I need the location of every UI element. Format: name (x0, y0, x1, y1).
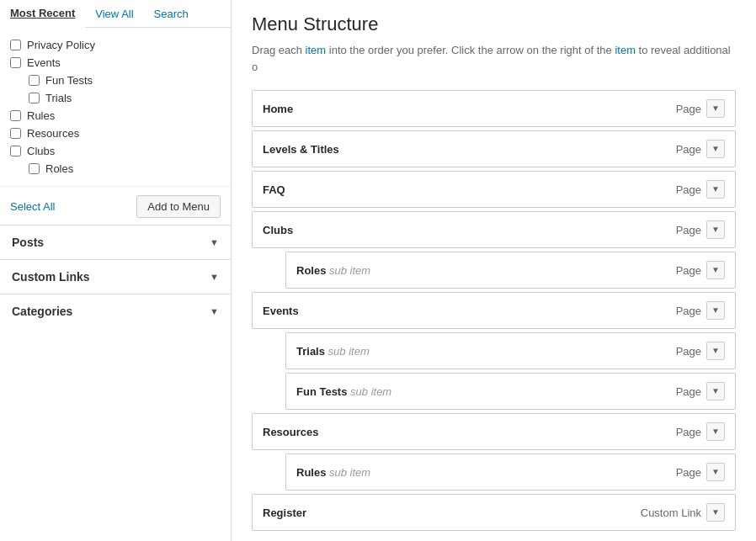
menu-item-label: Roles sub item (296, 264, 370, 277)
list-item: Fun Tests (10, 72, 221, 89)
menu-item-home[interactable]: Home Page ▼ (252, 90, 736, 127)
sub-item-label: sub item (329, 264, 370, 277)
menu-item-right: Page ▼ (676, 463, 725, 481)
menu-item-label: Resources (263, 426, 318, 438)
sub-item-label: sub item (329, 466, 370, 479)
tab-most-recent[interactable]: Most Recent (0, 0, 85, 28)
chevron-down-icon[interactable]: ▼ (706, 503, 725, 522)
page-label: Roles (45, 162, 73, 175)
list-item: Clubs (10, 142, 221, 160)
checkbox-resources[interactable] (10, 128, 21, 139)
menu-item-label: Rules sub item (296, 466, 370, 479)
accordion-posts-header[interactable]: Posts ▼ (0, 225, 231, 259)
menu-item-right: Page ▼ (676, 382, 725, 400)
menu-item-type: Page (676, 345, 701, 358)
menu-item-type: Page (676, 183, 701, 196)
list-item: Events (10, 54, 221, 72)
menu-item-type: Page (676, 426, 701, 438)
menu-item-label: Clubs (263, 224, 293, 236)
tab-view-all[interactable]: View All (85, 0, 143, 27)
select-row: Select All Add to Menu (0, 186, 231, 225)
menu-item-right: Page ▼ (676, 140, 725, 158)
pages-list: Privacy Policy Events Fun Tests Trials R… (0, 28, 231, 186)
accordion-categories: Categories ▼ (0, 294, 231, 328)
checkbox-privacy[interactable] (10, 40, 21, 50)
list-item: Privacy Policy (10, 36, 221, 54)
menu-item-right: Page ▼ (676, 180, 725, 199)
menu-item-right: Page ▼ (676, 99, 725, 118)
list-item: Rules (10, 107, 221, 125)
tab-search[interactable]: Search (144, 0, 199, 27)
page-label: Rules (27, 109, 55, 122)
menu-item-type: Custom Link (641, 507, 701, 519)
chevron-down-icon[interactable]: ▼ (706, 99, 725, 118)
chevron-down-icon[interactable]: ▼ (706, 220, 725, 239)
chevron-down-icon: ▼ (210, 306, 219, 316)
menu-item-type: Page (676, 385, 701, 398)
page-label: Clubs (27, 145, 55, 157)
chevron-down-icon: ▼ (210, 237, 219, 247)
chevron-down-icon[interactable]: ▼ (706, 180, 725, 199)
menu-item-type: Page (676, 224, 701, 236)
chevron-down-icon[interactable]: ▼ (706, 301, 725, 320)
menu-item-right: Custom Link ▼ (641, 503, 725, 522)
left-panel: Most Recent View All Search Privacy Poli… (0, 0, 232, 541)
chevron-down-icon[interactable]: ▼ (706, 342, 725, 360)
menu-item-roles[interactable]: Roles sub item Page ▼ (285, 252, 736, 289)
menu-item-events[interactable]: Events Page ▼ (252, 292, 736, 329)
chevron-down-icon[interactable]: ▼ (706, 140, 725, 158)
page-label: Resources (27, 127, 79, 140)
highlight-word2: item (615, 44, 636, 56)
page-label: Fun Tests (45, 74, 93, 87)
highlight-word: item (306, 44, 327, 56)
description-text: Drag each item into the order you prefer… (252, 42, 736, 75)
page-label: Privacy Policy (27, 39, 95, 51)
menu-item-type: Page (676, 305, 701, 317)
menu-item-register[interactable]: Register Custom Link ▼ (252, 494, 736, 531)
menu-item-label: Home (263, 103, 293, 115)
menu-item-rules[interactable]: Rules sub item Page ▼ (285, 453, 736, 491)
page-label: Trials (45, 92, 72, 104)
menu-item-right: Page ▼ (676, 342, 725, 360)
chevron-down-icon[interactable]: ▼ (706, 261, 725, 279)
right-panel: Menu Structure Drag each item into the o… (232, 0, 756, 541)
accordion-posts-label: Posts (12, 236, 44, 249)
menu-item-resources[interactable]: Resources Page ▼ (252, 413, 736, 450)
menu-item-right: Page ▼ (676, 301, 725, 320)
checkbox-fun-tests[interactable] (29, 75, 40, 86)
add-to-menu-button[interactable]: Add to Menu (136, 195, 221, 218)
menu-item-label: Levels & Titles (263, 143, 339, 156)
list-item: Roles (10, 160, 221, 178)
menu-item-clubs[interactable]: Clubs Page ▼ (252, 211, 736, 248)
menu-item-label: Trials sub item (296, 345, 370, 358)
checkbox-rules[interactable] (10, 110, 21, 121)
tabs-container: Most Recent View All Search (0, 0, 231, 28)
accordion-categories-header[interactable]: Categories ▼ (0, 294, 231, 328)
checkbox-events[interactable] (10, 57, 21, 68)
menu-item-trials[interactable]: Trials sub item Page ▼ (285, 332, 736, 369)
chevron-down-icon[interactable]: ▼ (706, 382, 725, 400)
accordion-custom-links-label: Custom Links (12, 270, 90, 284)
menu-item-levels-titles[interactable]: Levels & Titles Page ▼ (252, 130, 736, 167)
list-item: Resources (10, 125, 221, 142)
menu-item-label: Register (263, 507, 306, 519)
menu-item-right: Page ▼ (676, 422, 725, 441)
select-all-link[interactable]: Select All (10, 200, 55, 213)
checkbox-clubs[interactable] (10, 146, 21, 156)
chevron-down-icon[interactable]: ▼ (706, 422, 725, 441)
sub-item-label: sub item (328, 345, 370, 358)
accordion-custom-links: Custom Links ▼ (0, 259, 231, 294)
menu-item-right: Page ▼ (676, 220, 725, 239)
list-item: Trials (10, 89, 221, 107)
accordion-custom-links-header[interactable]: Custom Links ▼ (0, 260, 231, 294)
sub-item-label: sub item (350, 385, 391, 398)
menu-item-fun-tests[interactable]: Fun Tests sub item Page ▼ (285, 373, 736, 410)
menu-item-label: FAQ (263, 183, 285, 196)
checkbox-roles[interactable] (29, 163, 40, 174)
menu-item-label: Fun Tests sub item (296, 385, 391, 398)
menu-item-type: Page (676, 143, 701, 156)
menu-item-faq[interactable]: FAQ Page ▼ (252, 171, 736, 208)
chevron-down-icon[interactable]: ▼ (706, 463, 725, 481)
checkbox-trials[interactable] (29, 93, 40, 103)
menu-item-type: Page (676, 103, 701, 115)
